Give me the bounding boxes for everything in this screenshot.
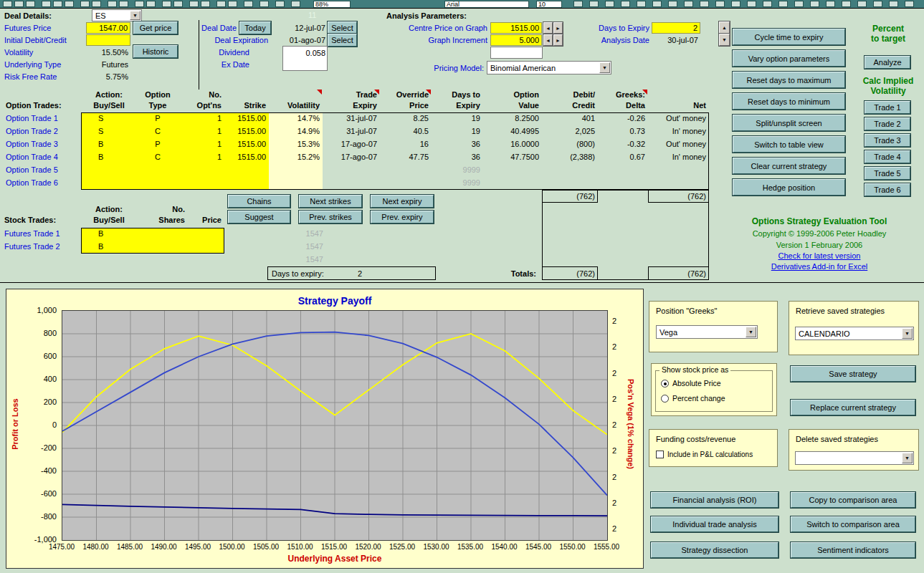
graph-increment-spin-right-icon[interactable]: ► — [553, 34, 563, 46]
chevron-down-icon[interactable]: ▼ — [746, 327, 756, 337]
toolbar-icon[interactable] — [778, 1, 788, 7]
days-spin-up-icon[interactable]: ▲ — [719, 21, 730, 34]
radio-unselected-icon[interactable] — [661, 395, 669, 403]
toolbar-icon[interactable] — [794, 1, 804, 7]
toolbar-icon[interactable] — [173, 1, 183, 7]
trade-5-button[interactable]: Trade 5 — [865, 167, 910, 180]
toolbar-icon[interactable] — [259, 1, 269, 7]
toolbar-icon[interactable] — [857, 1, 867, 7]
toolbar-icon[interactable] — [810, 1, 819, 7]
suggest-button[interactable]: Suggest — [228, 211, 290, 223]
toolbar-icon[interactable] — [652, 1, 662, 7]
option-trade-num[interactable]: 1 — [178, 138, 224, 150]
centre-price-spin-left-icon[interactable]: ◄ — [543, 22, 553, 34]
toolbar-icon[interactable] — [3, 1, 12, 7]
initial-debit-credit-value[interactable] — [86, 34, 130, 46]
option-trade-strike[interactable]: 1515.00 — [224, 151, 269, 163]
save-strategy-button[interactable]: Save strategy — [791, 366, 915, 382]
option-trade-type[interactable]: C — [137, 125, 178, 137]
option-trade-action[interactable]: S — [81, 125, 137, 137]
toolbar-icon[interactable] — [605, 1, 614, 7]
deal-expiration-select-button[interactable]: Select — [328, 34, 357, 47]
font-size-combobox[interactable]: 10 — [536, 1, 562, 8]
toolbar-icon[interactable] — [684, 1, 693, 7]
strategy-dissection-button[interactable]: Strategy dissection — [651, 542, 778, 558]
toolbar-icon[interactable] — [146, 1, 156, 7]
derivatives-addin-link[interactable]: Derivatives Add-in for Excel — [771, 262, 868, 271]
absolute-price-option[interactable]: Absolute Price — [661, 379, 721, 387]
toolbar-icon[interactable] — [715, 1, 725, 7]
empty-input-cell[interactable] — [490, 47, 543, 59]
option-trade-action[interactable]: S — [81, 112, 137, 124]
toolbar-icon[interactable] — [108, 1, 117, 7]
retrieve-combobox[interactable]: CALENDARIO ▼ — [795, 327, 914, 340]
option-trade-num[interactable]: 1 — [178, 112, 224, 124]
toolbar-icon[interactable] — [589, 1, 599, 7]
toolbar-icon[interactable] — [65, 1, 74, 7]
stock-trade-action[interactable]: B — [81, 241, 137, 252]
option-trade-action[interactable]: B — [81, 138, 137, 150]
toolbar-icon[interactable] — [621, 1, 630, 7]
radio-selected-icon[interactable] — [661, 380, 669, 387]
toolbar-icon[interactable] — [228, 1, 237, 7]
include-pnl-option[interactable]: Include in P&L calculations — [656, 451, 753, 458]
next-strikes-button[interactable]: Next strikes — [299, 195, 362, 208]
toolbar-icon[interactable] — [244, 1, 253, 7]
delete-combobox[interactable]: ▼ — [795, 451, 914, 465]
toolbar-icon[interactable] — [668, 1, 677, 7]
option-trade-strike[interactable]: 1515.00 — [224, 138, 269, 150]
switch-to-table-view-button[interactable]: Switch to table view — [733, 136, 845, 153]
chevron-down-icon[interactable]: ▼ — [902, 328, 913, 339]
toolbar-icon[interactable] — [731, 1, 740, 7]
toolbar-icon[interactable] — [889, 1, 898, 7]
toolbar-icon[interactable] — [42, 1, 51, 7]
pricing-model-combobox[interactable]: Binomial American ▼ — [487, 61, 611, 74]
switch-to-comparison-area-button[interactable]: Switch to comparison area — [791, 516, 915, 532]
stock-trade-action[interactable]: B — [81, 228, 137, 239]
toolbar-icon[interactable] — [873, 1, 882, 7]
toolbar-icon[interactable] — [201, 1, 210, 7]
toolbar-icon[interactable] — [216, 1, 226, 7]
centre-price-spin-right-icon[interactable]: ► — [553, 22, 563, 34]
days-spin-down-icon[interactable]: ▼ — [719, 34, 730, 46]
toolbar-icon[interactable] — [80, 1, 90, 7]
trade-4-button[interactable]: Trade 4 — [865, 150, 910, 163]
trade-1-button[interactable]: Trade 1 — [865, 101, 910, 114]
toolbar-icon[interactable] — [700, 1, 709, 7]
toolbar-icon[interactable] — [119, 1, 128, 7]
prev-expiry-button[interactable]: Prev. expiry — [371, 211, 434, 223]
option-trade-num[interactable]: 1 — [178, 151, 224, 163]
option-trade-type[interactable]: P — [137, 138, 178, 150]
toolbar-icon[interactable] — [905, 1, 914, 7]
option-trade-num[interactable]: 1 — [178, 125, 224, 137]
option-trade-strike[interactable]: 1515.00 — [224, 125, 269, 137]
toolbar-icon[interactable] — [842, 1, 851, 7]
trade-6-button[interactable]: Trade 6 — [865, 183, 910, 196]
vary-option-parameters-button[interactable]: Vary option parameters — [733, 50, 845, 67]
get-price-button[interactable]: Get price — [133, 21, 178, 34]
trade-3-button[interactable]: Trade 3 — [865, 134, 910, 147]
option-trade-action[interactable]: B — [81, 151, 137, 163]
toolbar-icon[interactable] — [14, 1, 24, 7]
deal-date-select-button[interactable]: Select — [328, 21, 357, 34]
toolbar-icon[interactable] — [26, 1, 35, 7]
chevron-down-icon[interactable]: ▼ — [902, 453, 913, 463]
reset-days-to-maximum-button[interactable]: Reset days to maximum — [733, 72, 845, 88]
replace-current-strategy-button[interactable]: Replace current strategy — [791, 400, 915, 415]
days-to-expiry-input[interactable]: 2 — [652, 22, 700, 34]
copy-to-comparison-area-button[interactable]: Copy to comparison area — [791, 492, 915, 508]
chevron-down-icon[interactable]: ▼ — [130, 11, 140, 20]
chains-button[interactable]: Chains — [228, 195, 290, 208]
individual-trade-analysis-button[interactable]: Individual trade analysis — [651, 516, 778, 532]
zoom-combobox[interactable]: 88% — [313, 1, 351, 8]
trade-2-button[interactable]: Trade 2 — [865, 117, 910, 130]
chevron-down-icon[interactable]: ▼ — [599, 62, 610, 73]
centre-price-input[interactable]: 1515.00 — [490, 22, 542, 34]
next-expiry-button[interactable]: Next expiry — [371, 195, 434, 208]
toolbar-icon[interactable] — [53, 1, 62, 7]
split-unsplit-screen-button[interactable]: Split/unsplit screen — [733, 115, 845, 131]
toolbar-icon[interactable] — [275, 1, 285, 7]
analyze-button[interactable]: Analyze — [865, 56, 910, 69]
toolbar-icon[interactable] — [291, 1, 300, 7]
today-button[interactable]: Today — [239, 21, 271, 34]
